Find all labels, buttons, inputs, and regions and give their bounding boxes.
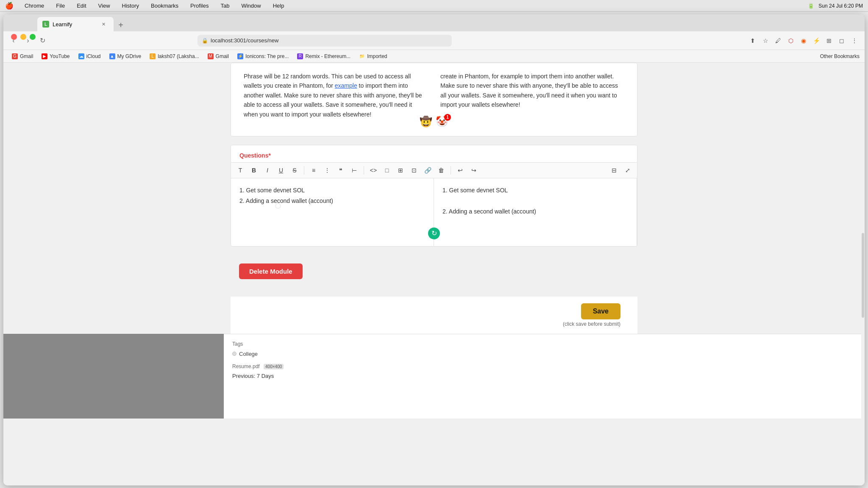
bookmark-gmail-label: Gmail (20, 53, 33, 59)
active-tab[interactable]: L Learnify ✕ (37, 17, 114, 31)
toolbar-strikethrough-btn[interactable]: S (289, 164, 300, 176)
bookmark-gmail[interactable]: G Gmail (8, 52, 36, 61)
tab-favicon: L (42, 21, 49, 28)
tab-close-btn[interactable]: ✕ (100, 21, 107, 28)
delete-module-btn[interactable]: Delete Module (239, 263, 303, 279)
remix-icon: R (297, 53, 303, 59)
minimize-control[interactable] (20, 34, 26, 40)
more-btn[interactable]: ⋮ (849, 36, 860, 46)
list-item-1-right: 1. Get some devnet SOL (442, 185, 628, 196)
bookmark-remix[interactable]: R Remix - Ethereum... (294, 52, 354, 61)
editor-right-pane: 1. Get some devnet SOL 2. Adding a secon… (434, 178, 637, 246)
toolbar-code-block-btn[interactable]: □ (381, 164, 393, 176)
tag-item-college[interactable]: College (232, 349, 544, 358)
share-icon[interactable]: ⬆ (748, 36, 758, 46)
gmail-icon: G (12, 53, 18, 59)
menubar-tab[interactable]: Tab (218, 2, 232, 10)
menubar-history[interactable]: History (120, 2, 142, 10)
new-tab-btn[interactable]: + (114, 19, 127, 31)
sync-icon[interactable]: ↻ (428, 227, 440, 239)
gdrive-icon: ▲ (109, 53, 115, 59)
toolbar-fullscreen-btn[interactable]: ⤢ (622, 164, 634, 176)
bookmarks-bar: G Gmail ▶ YouTube ☁ iCloud ▲ My GDrive L… (3, 50, 865, 63)
tags-label: Tags (232, 341, 544, 347)
bookmark-icloud[interactable]: ☁ iCloud (75, 52, 104, 61)
bookmark-youtube-label: YouTube (50, 53, 70, 59)
toolbar-table-btn[interactable]: ⊞ (395, 164, 406, 176)
save-section: Save (click save before submit) (231, 296, 637, 334)
questions-section: Questions* T B I U S ≡ ⋮ ❝ ⊢ (231, 145, 637, 247)
right-text-content: create in Phantom, for example to import… (440, 73, 618, 108)
menubar-file[interactable]: File (53, 2, 67, 10)
toolbar-link-btn[interactable]: 🔗 (422, 164, 434, 176)
tag-dot (232, 352, 236, 356)
required-indicator: * (268, 152, 270, 159)
bookmark-gdrive[interactable]: ▲ My GDrive (106, 52, 145, 61)
menubar-edit[interactable]: Edit (74, 2, 89, 10)
extension3[interactable]: ⚡ (811, 36, 821, 46)
extensions-icon[interactable]: 🖊 (773, 36, 783, 46)
bookmark-laksh-label: laksh07 (Laksha... (158, 53, 199, 59)
address-bar: ‹ › ↻ 🔒 localhost:3001/courses/new ⬆ ☆ 🖊… (3, 31, 865, 50)
bookmark-icloud-label: iCloud (86, 53, 101, 59)
toolbar-ordered-list-btn[interactable]: ⋮ (321, 164, 333, 176)
menubar-bookmarks[interactable]: Bookmarks (148, 2, 181, 10)
extension4[interactable]: ⊞ (824, 36, 834, 46)
editor-left-pane[interactable]: 1. Get some devnet SOL 2. Adding a secon… (231, 178, 434, 246)
bookmark-laksh[interactable]: L laksh07 (Laksha... (146, 52, 202, 61)
browser-window: L Learnify ✕ + ‹ › ↻ 🔒 localhost:3001/co… (3, 14, 865, 485)
toolbar-bold-btn[interactable]: B (248, 164, 260, 176)
toolbar-blockquote-btn[interactable]: ❝ (335, 164, 347, 176)
bottom-actions: Delete Module (231, 255, 637, 288)
datetime: Sun 24 Jul 6:20 PM (818, 3, 863, 9)
bookmark-youtube[interactable]: ▶ YouTube (38, 52, 73, 61)
toolbar-redo-btn[interactable]: ↪ (468, 164, 480, 176)
bookmark-gmail2[interactable]: M Gmail (204, 52, 232, 61)
content-scroll[interactable]: Phrase will be 12 random words. This can… (3, 63, 865, 485)
toolbar-right-group: ⊟ ⤢ (608, 164, 634, 176)
menubar-view[interactable]: View (96, 2, 113, 10)
tab-bar: L Learnify ✕ + (3, 14, 865, 31)
menubar-window[interactable]: Window (239, 2, 263, 10)
toolbar-preview-btn[interactable]: ⊟ (608, 164, 620, 176)
save-btn[interactable]: Save (581, 303, 620, 319)
maximize-control[interactable] (30, 34, 36, 40)
scrollbar[interactable] (861, 63, 865, 485)
reactions-area: 🤠 🤡 1 (420, 116, 448, 128)
toolbar-indent-btn[interactable]: ⊢ (348, 164, 360, 176)
bookmark-icon[interactable]: ☆ (760, 36, 771, 46)
content-block: Phrase will be 12 random words. This can… (231, 63, 637, 136)
toolbar-image-btn[interactable]: ⊡ (408, 164, 420, 176)
extension2[interactable]: ◉ (798, 36, 809, 46)
extension5[interactable]: ◻ (837, 36, 847, 46)
editor-content: 1. Get some devnet SOL 2. Adding a secon… (231, 178, 637, 246)
toolbar-right: ⬆ ☆ 🖊 ⬡ ◉ ⚡ ⊞ ◻ ⋮ (748, 36, 860, 46)
other-bookmarks[interactable]: Other Bookmarks (820, 53, 860, 59)
save-hint: (click save before submit) (563, 321, 620, 327)
menubar-chrome[interactable]: Chrome (22, 2, 47, 10)
apple-menu[interactable]: 🍎 (5, 2, 14, 10)
bookmark-imported[interactable]: 📁 Imported (356, 52, 390, 61)
list-item-2-right: 2. Adding a second wallet (account) (442, 206, 628, 217)
editor-toolbar: T B I U S ≡ ⋮ ❝ ⊢ <> □ ⊞ ⊡ (231, 162, 637, 178)
scrollbar-thumb[interactable] (862, 233, 864, 318)
reaction-emoji-1[interactable]: 🤠 (420, 116, 432, 128)
extension1[interactable]: ⬡ (786, 36, 796, 46)
lock-icon: 🔒 (202, 38, 208, 44)
toolbar-unordered-list-btn[interactable]: ≡ (308, 164, 320, 176)
close-control[interactable] (11, 34, 17, 40)
menubar-help[interactable]: Help (270, 2, 287, 10)
example-link[interactable]: example (335, 82, 357, 89)
url-bar[interactable]: 🔒 localhost:3001/courses/new (198, 35, 452, 47)
bookmark-ionicons[interactable]: ⚡ Ionicons: The pre... (234, 52, 292, 61)
toolbar-delete-btn[interactable]: 🗑 (435, 164, 447, 176)
toolbar-italic-btn[interactable]: I (262, 164, 273, 176)
toolbar-undo-btn[interactable]: ↩ (454, 164, 466, 176)
reload-btn[interactable]: ↻ (37, 36, 47, 46)
tag-label-college: College (239, 351, 258, 357)
toolbar-text-btn[interactable]: T (234, 164, 246, 176)
toolbar-underline-btn[interactable]: U (275, 164, 287, 176)
reaction-emoji-2[interactable]: 🤡 1 (436, 116, 448, 128)
toolbar-code-btn[interactable]: <> (367, 164, 379, 176)
menubar-profiles[interactable]: Profiles (188, 2, 211, 10)
